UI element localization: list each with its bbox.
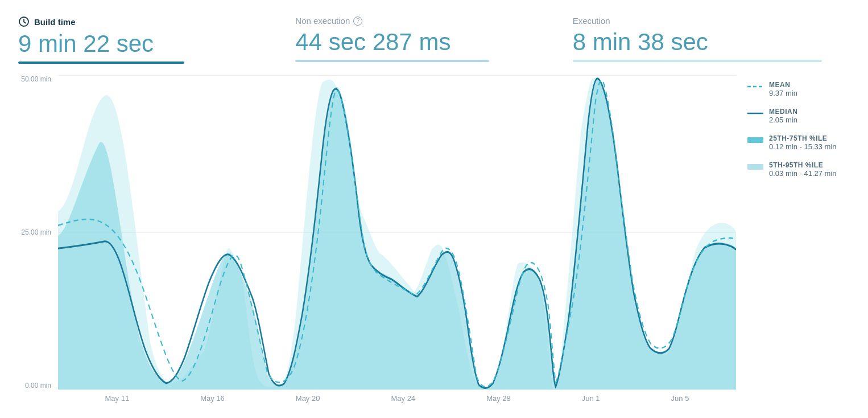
legend-mean-title: MEAN	[769, 81, 797, 89]
svg-rect-7	[747, 164, 763, 170]
execution-value: 8 min 38 sec	[573, 30, 850, 54]
x-label-may16: May 16	[200, 394, 225, 403]
chart-legend: MEAN 9.37 min MEDIAN 2.05 min	[736, 75, 850, 407]
chart-area: 50.00 min 25.00 min 0.00 min	[18, 75, 850, 407]
legend-5-95-title: 5TH-95TH %ILE	[769, 161, 837, 169]
x-label-may11: May 11	[105, 394, 130, 403]
x-axis: May 11 May 16 May 20 May 24 May 28 Jun 1…	[58, 390, 736, 407]
clock-icon	[18, 16, 30, 27]
legend-5-95-value: 0.03 min - 41.27 min	[769, 169, 837, 178]
legend-mean-value: 9.37 min	[769, 89, 797, 97]
execution-title: Execution	[573, 16, 850, 26]
legend-median-value: 2.05 min	[769, 116, 797, 124]
legend-25-75-value: 0.12 min - 15.33 min	[769, 142, 837, 151]
execution-bar	[573, 60, 822, 62]
build-time-label: Build time	[34, 17, 76, 27]
legend-25-75-title: 25TH-75TH %ILE	[769, 134, 837, 142]
chart-main: May 11 May 16 May 20 May 24 May 28 Jun 1…	[58, 75, 736, 407]
non-execution-title: Non execution ?	[295, 16, 572, 26]
mean-symbol	[747, 83, 763, 91]
x-label-may28: May 28	[486, 394, 511, 403]
x-label-jun5: Jun 5	[671, 394, 689, 403]
metrics-row: Build time 9 min 22 sec Non execution ? …	[18, 16, 850, 64]
x-label-may20: May 20	[296, 394, 320, 403]
y-label-0: 0.00 min	[18, 382, 58, 390]
execution-block: Execution 8 min 38 sec	[573, 16, 850, 62]
non-execution-help-icon[interactable]: ?	[353, 17, 362, 26]
chart-svg-container	[58, 75, 736, 390]
legend-mean: MEAN 9.37 min	[747, 81, 850, 97]
dashboard-container: Build time 9 min 22 sec Non execution ? …	[0, 0, 868, 418]
legend-25-75: 25TH-75TH %ILE 0.12 min - 15.33 min	[747, 134, 850, 151]
legend-median: MEDIAN 2.05 min	[747, 108, 850, 124]
median-symbol	[747, 109, 763, 117]
legend-median-title: MEDIAN	[769, 108, 797, 116]
x-label-may24: May 24	[391, 394, 415, 403]
percentile-5-95-symbol	[747, 163, 763, 171]
build-time-block: Build time 9 min 22 sec	[18, 16, 295, 64]
legend-5-95: 5TH-95TH %ILE 0.03 min - 41.27 min	[747, 161, 850, 178]
build-time-title: Build time	[18, 16, 295, 27]
non-execution-value: 44 sec 287 ms	[295, 30, 572, 54]
build-time-value: 9 min 22 sec	[18, 32, 295, 56]
y-label-50: 50.00 min	[18, 75, 58, 83]
chart-svg	[58, 75, 736, 390]
svg-rect-6	[747, 137, 763, 143]
non-execution-bar	[295, 60, 489, 62]
x-label-jun1: Jun 1	[582, 394, 600, 403]
y-label-25: 25.00 min	[18, 228, 58, 236]
build-time-bar	[18, 62, 184, 64]
percentile-25-75-symbol	[747, 136, 763, 144]
y-axis: 50.00 min 25.00 min 0.00 min	[18, 75, 58, 407]
non-execution-block: Non execution ? 44 sec 287 ms	[295, 16, 572, 62]
